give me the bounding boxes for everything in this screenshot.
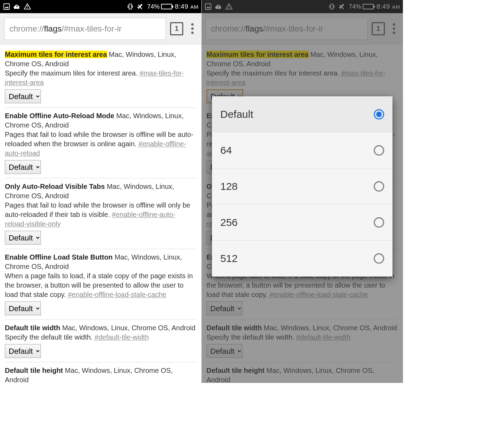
tab-switcher-button[interactable]: 1 [170, 22, 183, 35]
svg-rect-4 [129, 4, 131, 9]
battery-icon [161, 4, 172, 9]
flag-select[interactable]: Default [5, 160, 41, 174]
dropdown-option-label: 256 [220, 217, 238, 228]
dropdown-option[interactable]: 128 [212, 168, 392, 204]
screen-left: 74% 8:49 AM chrome://flags/#max-tiles-fo… [0, 0, 202, 383]
flag-anchor-link[interactable]: #enable-offline-load-stale-cache [68, 291, 166, 298]
flag-platforms: Mac, Windows, Linux, Chrome OS, Android [60, 324, 195, 332]
dropdown-option-label: 512 [220, 253, 238, 264]
picture-icon [3, 3, 10, 10]
flag-title: Only Auto-Reload Visible Tabs [5, 183, 105, 190]
flag-title: Enable Offline Auto-Reload Mode [5, 112, 114, 120]
svg-rect-2 [27, 6, 28, 7]
flag-title: Maximum tiles for interest area [5, 51, 107, 58]
dropdown-option[interactable]: 256 [212, 204, 392, 240]
flag-item: Default tile width Mac, Windows, Linux, … [5, 320, 196, 362]
dropdown-option-label: Default [220, 108, 253, 120]
dropdown-option-label: 128 [220, 181, 238, 192]
flag-item: Enable Offline Load Stale Button Mac, Wi… [5, 249, 196, 320]
radio-icon [374, 217, 384, 228]
dropdown-option[interactable]: 64 [212, 132, 392, 168]
flag-title: Default tile height [5, 367, 63, 374]
dropdown-dialog: Default64128256512 [212, 96, 392, 277]
menu-button[interactable] [187, 23, 197, 34]
dropdown-option-label: 64 [220, 144, 232, 156]
url-bar[interactable]: chrome://flags/#max-tiles-for-ir [4, 18, 166, 40]
flag-select[interactable]: Default [5, 301, 41, 315]
flag-select[interactable]: Default [5, 89, 41, 103]
cloud-upload-icon [13, 3, 21, 10]
screen-right: 74% 8:49 AM chrome://flags/#max-tiles-fo… [202, 0, 403, 383]
flag-description: Specify the maximum tiles for interest a… [5, 69, 140, 77]
browser-toolbar: chrome://flags/#max-tiles-for-ir 1 [0, 13, 201, 44]
status-bar: 74% 8:49 AM [0, 0, 201, 13]
flag-select[interactable]: Default [5, 231, 41, 245]
radio-icon [374, 145, 384, 156]
flag-item: Default tile height Mac, Windows, Linux,… [5, 362, 196, 383]
vibrate-icon [126, 3, 134, 10]
dropdown-option[interactable]: 512 [212, 240, 392, 277]
flag-anchor-link[interactable]: #default-tile-width [95, 333, 149, 341]
flag-select[interactable]: Default [5, 344, 41, 358]
flag-item: Only Auto-Reload Visible Tabs Mac, Windo… [5, 178, 196, 249]
warning-icon [24, 3, 31, 10]
svg-rect-0 [4, 4, 10, 10]
battery-percent: 74% [147, 3, 160, 10]
flag-title: Default tile width [5, 324, 60, 332]
flags-list: Maximum tiles for interest area Mac, Win… [0, 44, 201, 383]
flag-item: Enable Offline Auto-Reload Mode Mac, Win… [5, 108, 196, 178]
status-time: 8:49 AM [175, 3, 198, 10]
dropdown-option[interactable]: Default [212, 96, 392, 132]
radio-icon [374, 109, 384, 120]
svg-marker-1 [5, 6, 9, 8]
airplane-icon [137, 3, 144, 10]
flag-description: Specify the default tile width. [5, 333, 95, 341]
radio-icon [374, 181, 384, 192]
flag-item: Maximum tiles for interest area Mac, Win… [5, 48, 196, 108]
svg-rect-3 [27, 8, 28, 9]
radio-icon [374, 253, 384, 264]
flag-title: Enable Offline Load Stale Button [5, 253, 113, 261]
